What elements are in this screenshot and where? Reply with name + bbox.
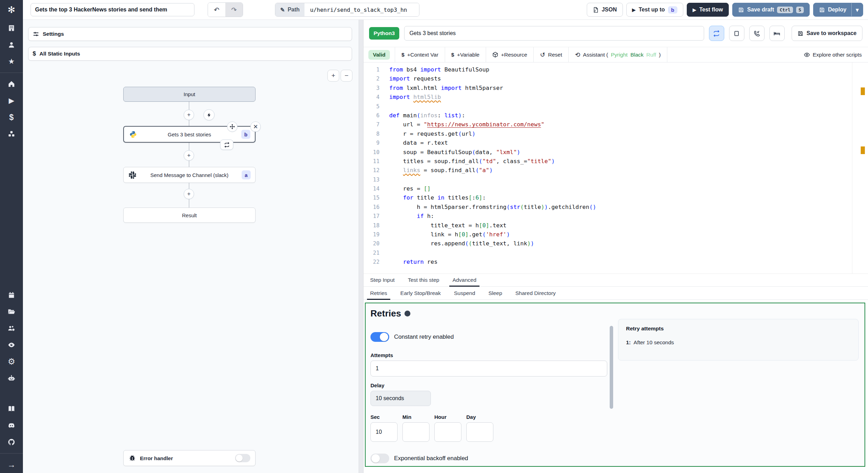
save-draft-button[interactable]: Save draft Ctrl S bbox=[732, 3, 810, 17]
step-name-input[interactable] bbox=[404, 26, 704, 41]
subtab-suspend[interactable]: Suspend bbox=[447, 287, 482, 299]
panel-resize-divider[interactable] bbox=[359, 20, 364, 473]
code-line[interactable]: import html5lib bbox=[389, 93, 852, 102]
discord-icon[interactable] bbox=[0, 417, 23, 434]
error-handler-toggle[interactable] bbox=[235, 454, 250, 462]
windmill-logo-icon[interactable]: ✻ bbox=[0, 0, 23, 20]
add-variable-button[interactable]: $ +Variable bbox=[445, 47, 486, 62]
overview-ruler[interactable] bbox=[852, 62, 868, 273]
code-line[interactable]: titles = soup.find_all("td", class_="tit… bbox=[389, 157, 852, 166]
code-line[interactable]: res = [] bbox=[389, 184, 852, 193]
undo-button[interactable]: ↶ bbox=[208, 3, 225, 17]
code-line[interactable]: res.append((title_text, link)) bbox=[389, 239, 852, 248]
sec-input[interactable] bbox=[370, 422, 398, 442]
subtab-early-stop-break[interactable]: Early Stop/Break bbox=[394, 287, 447, 299]
flow-node-send-message-slack[interactable]: Send Message to Channel (slack) a bbox=[123, 167, 256, 183]
code-line[interactable] bbox=[389, 175, 852, 184]
favorites-star-icon[interactable]: ★ bbox=[0, 53, 23, 70]
retries-shortcut-button[interactable] bbox=[709, 26, 724, 41]
settings-gear-icon[interactable]: ⚙ bbox=[0, 353, 23, 370]
add-context-var-button[interactable]: $ +Context Var bbox=[395, 47, 445, 62]
path-value[interactable]: u/henri/send_to_slack_top3_hn bbox=[304, 3, 419, 16]
flow-static-inputs-bar[interactable]: $ All Static Inputs bbox=[28, 47, 352, 61]
audit-eye-icon[interactable] bbox=[0, 337, 23, 353]
zoom-in-button[interactable]: + bbox=[327, 70, 339, 82]
attempts-input[interactable] bbox=[370, 361, 607, 377]
subtab-retries[interactable]: Retries bbox=[364, 287, 394, 299]
code-line[interactable]: r = requests.get(url) bbox=[389, 129, 852, 138]
delete-step-button[interactable]: ✕ bbox=[250, 121, 261, 132]
code-line[interactable]: data = r.text bbox=[389, 138, 852, 147]
code-line[interactable]: from bs4 import BeautifulSoup bbox=[389, 65, 852, 74]
folders-icon[interactable] bbox=[0, 303, 23, 320]
code-line[interactable]: return res bbox=[389, 257, 852, 267]
flow-node-result[interactable]: Result bbox=[123, 208, 256, 223]
code-line[interactable]: title_text = h[0].text bbox=[389, 221, 852, 230]
deploy-dropdown-toggle[interactable]: ▾ bbox=[851, 3, 863, 16]
early-stop-shortcut-button[interactable] bbox=[729, 26, 744, 41]
code-line[interactable]: soup = BeautifulSoup(data, "lxml") bbox=[389, 148, 852, 157]
delay-input[interactable] bbox=[370, 391, 431, 406]
ai-robot-icon[interactable] bbox=[0, 370, 23, 387]
variables-dollar-icon[interactable]: $ bbox=[0, 109, 23, 126]
constant-retry-toggle[interactable] bbox=[370, 332, 389, 342]
subtab-shared-directory[interactable]: Shared Directory bbox=[509, 287, 562, 299]
workspace-icon[interactable] bbox=[0, 20, 23, 36]
code-line[interactable]: link = h[0].get('href') bbox=[389, 230, 852, 239]
flow-node-error-handler[interactable]: Error handler bbox=[123, 450, 256, 466]
zoom-out-button[interactable]: − bbox=[341, 70, 352, 82]
flow-settings-bar[interactable]: Settings bbox=[28, 27, 352, 41]
runs-play-icon[interactable]: ▶ bbox=[0, 92, 23, 109]
sleep-shortcut-button[interactable] bbox=[769, 26, 785, 41]
code-line[interactable]: links = soup.find_all("a") bbox=[389, 166, 852, 175]
code-line[interactable]: def main(infos: list): bbox=[389, 111, 852, 120]
trigger-bolt-button[interactable] bbox=[203, 109, 215, 120]
schedules-calendar-icon[interactable] bbox=[0, 287, 23, 303]
code-line[interactable]: h = html5parser.fromstring(str(title)).g… bbox=[389, 203, 852, 212]
docs-book-icon[interactable] bbox=[0, 400, 23, 417]
suspend-shortcut-button[interactable] bbox=[749, 26, 765, 41]
tab-step-input[interactable]: Step Input bbox=[364, 274, 401, 286]
retries-scrollbar[interactable] bbox=[610, 326, 613, 409]
code-line[interactable]: url = "https://news.ycombinator.com/news… bbox=[389, 120, 852, 129]
info-icon[interactable] bbox=[404, 311, 410, 316]
code-line[interactable]: import requests bbox=[389, 74, 852, 83]
code-content[interactable]: from bs4 import BeautifulSoupimport requ… bbox=[386, 62, 852, 273]
code-line[interactable]: if h: bbox=[389, 212, 852, 221]
explore-other-scripts-button[interactable]: Explore other scripts bbox=[798, 47, 868, 62]
code-editor[interactable]: 12345678910111213141516171819202122 from… bbox=[364, 62, 868, 273]
redo-button[interactable]: ↷ bbox=[225, 3, 243, 17]
reset-button[interactable]: ↺ Reset bbox=[534, 47, 569, 62]
code-line[interactable] bbox=[389, 102, 852, 111]
code-line[interactable] bbox=[389, 248, 852, 257]
flow-title-input[interactable] bbox=[31, 3, 194, 16]
insert-step-button[interactable]: + bbox=[184, 189, 194, 199]
hour-input[interactable] bbox=[434, 422, 461, 442]
groups-users-gear-icon[interactable] bbox=[0, 320, 23, 337]
save-to-workspace-button[interactable]: Save to workspace bbox=[792, 26, 862, 41]
day-input[interactable] bbox=[466, 422, 493, 442]
test-flow-button[interactable]: ▶ Test flow bbox=[687, 3, 729, 17]
exponential-backoff-toggle[interactable] bbox=[370, 454, 389, 463]
test-up-to-button[interactable]: ▶ Test up to b bbox=[626, 3, 683, 17]
resources-cubes-icon[interactable] bbox=[0, 126, 23, 142]
deploy-button[interactable]: Deploy ▾ bbox=[813, 3, 863, 17]
add-resource-button[interactable]: +Resource bbox=[486, 47, 534, 62]
user-icon[interactable] bbox=[0, 36, 23, 53]
move-step-handle[interactable] bbox=[227, 121, 237, 132]
github-icon[interactable] bbox=[0, 434, 23, 450]
json-button[interactable]: JSON bbox=[587, 3, 623, 17]
min-input[interactable] bbox=[402, 422, 429, 442]
assistant-status[interactable]: ⟲ Assistant (PyrightBlackRuff) bbox=[569, 47, 667, 62]
tab-advanced[interactable]: Advanced bbox=[446, 274, 483, 286]
insert-step-button[interactable]: + bbox=[184, 110, 194, 120]
code-line[interactable]: from lxml.html import html5parser bbox=[389, 84, 852, 93]
retry-indicator-chip[interactable] bbox=[220, 140, 233, 150]
flow-node-input[interactable]: Input bbox=[123, 87, 256, 102]
code-line[interactable]: for title in titles[:6]: bbox=[389, 193, 852, 202]
insert-step-button[interactable]: + bbox=[184, 150, 194, 161]
collapse-arrow-right-icon[interactable]: → bbox=[0, 456, 23, 473]
subtab-sleep[interactable]: Sleep bbox=[482, 287, 509, 299]
path-field[interactable]: ✎ Path u/henri/send_to_slack_top3_hn bbox=[275, 3, 419, 17]
home-icon[interactable] bbox=[0, 76, 23, 92]
